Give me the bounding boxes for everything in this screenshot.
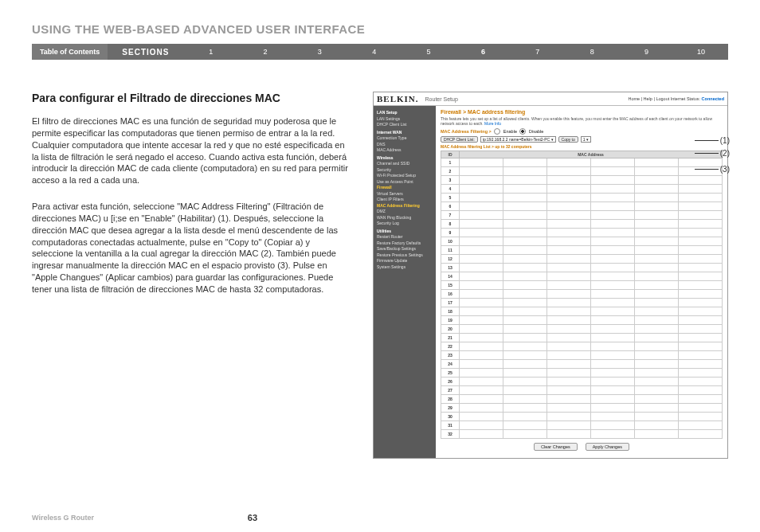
mac-cell[interactable] bbox=[634, 413, 678, 421]
mac-cell[interactable] bbox=[503, 386, 546, 395]
mac-cell[interactable] bbox=[460, 325, 503, 334]
mac-cell[interactable] bbox=[546, 369, 590, 377]
mac-cell[interactable] bbox=[460, 316, 503, 325]
mac-cell[interactable] bbox=[546, 211, 590, 220]
mac-cell[interactable] bbox=[590, 430, 634, 439]
mac-cell[interactable] bbox=[503, 430, 546, 439]
mac-cell[interactable] bbox=[546, 360, 590, 369]
mac-cell[interactable] bbox=[503, 377, 546, 386]
mac-cell[interactable] bbox=[460, 299, 503, 307]
sidebar-item[interactable]: DHCP Client List bbox=[377, 122, 433, 128]
sidebar-item[interactable]: Security Log bbox=[377, 221, 433, 227]
enable-radio[interactable] bbox=[494, 128, 500, 135]
mac-cell[interactable] bbox=[460, 430, 503, 439]
mac-cell[interactable] bbox=[503, 176, 546, 185]
mac-cell[interactable] bbox=[678, 264, 722, 272]
mac-cell[interactable] bbox=[503, 246, 546, 255]
mac-cell[interactable] bbox=[634, 342, 678, 351]
mac-cell[interactable] bbox=[634, 307, 678, 316]
mac-cell[interactable] bbox=[590, 281, 634, 290]
mac-cell[interactable] bbox=[634, 158, 678, 167]
sidebar-item[interactable]: Channel and SSID bbox=[377, 161, 433, 167]
nav-section-3[interactable]: 3 bbox=[292, 48, 347, 56]
mac-cell[interactable] bbox=[503, 290, 546, 299]
mac-cell[interactable] bbox=[460, 194, 503, 202]
mac-cell[interactable] bbox=[460, 237, 503, 246]
mac-cell[interactable] bbox=[460, 421, 503, 430]
mac-cell[interactable] bbox=[503, 316, 546, 325]
sidebar-item[interactable]: Use as Access Point bbox=[377, 179, 433, 186]
mac-cell[interactable] bbox=[634, 237, 678, 246]
mac-cell[interactable] bbox=[590, 351, 634, 360]
mac-cell[interactable] bbox=[678, 334, 722, 342]
mac-cell[interactable] bbox=[678, 316, 722, 325]
sidebar-item[interactable]: Restart Router bbox=[377, 234, 433, 241]
sidebar-item[interactable]: DMZ bbox=[377, 209, 433, 215]
mac-cell[interactable] bbox=[460, 185, 503, 194]
mac-cell[interactable] bbox=[460, 307, 503, 316]
mac-cell[interactable] bbox=[634, 430, 678, 439]
copy-to-select[interactable]: 1 ▾ bbox=[581, 136, 591, 143]
mac-cell[interactable] bbox=[503, 229, 546, 237]
nav-section-10[interactable]: 10 bbox=[674, 48, 728, 56]
mac-cell[interactable] bbox=[460, 369, 503, 377]
mac-cell[interactable] bbox=[460, 290, 503, 299]
mac-cell[interactable] bbox=[678, 413, 722, 421]
mac-cell[interactable] bbox=[634, 299, 678, 307]
mac-cell[interactable] bbox=[634, 290, 678, 299]
mac-cell[interactable] bbox=[546, 307, 590, 316]
sidebar-item[interactable]: Security bbox=[377, 167, 433, 174]
mac-cell[interactable] bbox=[503, 281, 546, 290]
mac-cell[interactable] bbox=[546, 386, 590, 395]
mac-cell[interactable] bbox=[460, 176, 503, 185]
mac-cell[interactable] bbox=[546, 272, 590, 281]
mac-cell[interactable] bbox=[590, 229, 634, 237]
mac-cell[interactable] bbox=[546, 430, 590, 439]
mac-cell[interactable] bbox=[634, 360, 678, 369]
mac-cell[interactable] bbox=[590, 325, 634, 334]
mac-cell[interactable] bbox=[546, 377, 590, 386]
mac-cell[interactable] bbox=[590, 386, 634, 395]
mac-cell[interactable] bbox=[590, 413, 634, 421]
apply-changes-button[interactable]: Apply Changes bbox=[586, 443, 629, 451]
mac-cell[interactable] bbox=[678, 430, 722, 439]
sidebar-item[interactable]: Firmware Update bbox=[377, 258, 433, 264]
mac-cell[interactable] bbox=[503, 342, 546, 351]
mac-cell[interactable] bbox=[460, 220, 503, 229]
mac-cell[interactable] bbox=[590, 404, 634, 413]
mac-cell[interactable] bbox=[634, 369, 678, 377]
mac-cell[interactable] bbox=[678, 185, 722, 194]
sidebar-item[interactable]: LAN Settings bbox=[377, 116, 433, 123]
mac-cell[interactable] bbox=[546, 237, 590, 246]
mac-cell[interactable] bbox=[460, 281, 503, 290]
mac-cell[interactable] bbox=[590, 334, 634, 342]
mac-cell[interactable] bbox=[546, 185, 590, 194]
mac-cell[interactable] bbox=[503, 325, 546, 334]
mac-cell[interactable] bbox=[634, 211, 678, 220]
copy-to-button[interactable]: Copy to bbox=[558, 136, 578, 143]
mac-cell[interactable] bbox=[460, 158, 503, 167]
mac-cell[interactable] bbox=[634, 377, 678, 386]
mac-cell[interactable] bbox=[590, 272, 634, 281]
sidebar-item[interactable]: Restore Previous Settings bbox=[377, 252, 433, 259]
sidebar-item[interactable]: Save/Backup Settings bbox=[377, 246, 433, 252]
mac-cell[interactable] bbox=[678, 202, 722, 211]
mac-cell[interactable] bbox=[503, 185, 546, 194]
mac-cell[interactable] bbox=[503, 404, 546, 413]
mac-cell[interactable] bbox=[678, 386, 722, 395]
mac-cell[interactable] bbox=[546, 264, 590, 272]
mac-cell[interactable] bbox=[503, 395, 546, 404]
mac-cell[interactable] bbox=[546, 290, 590, 299]
mac-cell[interactable] bbox=[634, 255, 678, 264]
mac-cell[interactable] bbox=[503, 264, 546, 272]
mac-cell[interactable] bbox=[503, 255, 546, 264]
mac-cell[interactable] bbox=[634, 281, 678, 290]
mac-cell[interactable] bbox=[634, 421, 678, 430]
mac-cell[interactable] bbox=[460, 211, 503, 220]
mac-cell[interactable] bbox=[503, 413, 546, 421]
mac-cell[interactable] bbox=[634, 316, 678, 325]
mac-cell[interactable] bbox=[503, 237, 546, 246]
mac-cell[interactable] bbox=[460, 167, 503, 176]
mac-cell[interactable] bbox=[678, 299, 722, 307]
mac-cell[interactable] bbox=[678, 272, 722, 281]
